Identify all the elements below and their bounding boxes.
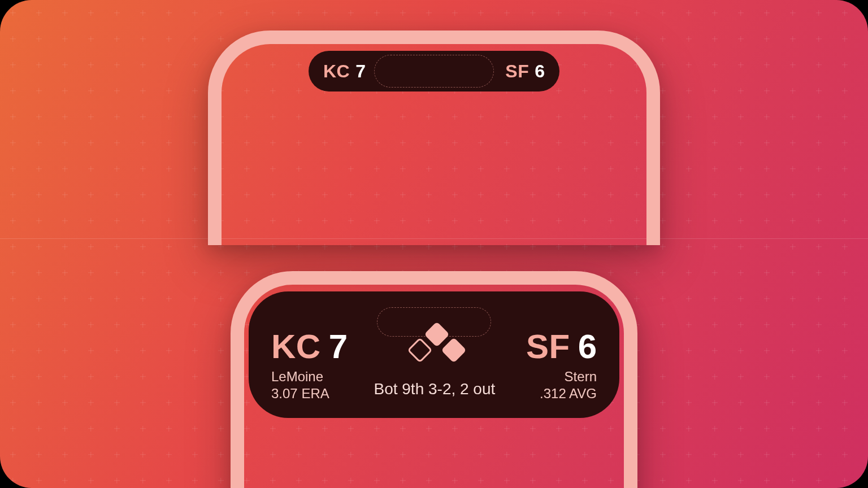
expanded-away-side: KC 7: [271, 330, 348, 364]
away-player-name: LeMoine: [271, 368, 329, 385]
compact-away-score: 7: [355, 61, 366, 82]
dynamic-island-expanded[interactable]: KC 7 SF 6 LeMoine 3.07 ERA Bot 9th 3-2, …: [249, 291, 619, 418]
home-player-stat: .312 AVG: [540, 385, 597, 402]
expanded-score-row: KC 7 SF 6: [271, 324, 597, 364]
away-player-col: LeMoine 3.07 ERA: [271, 368, 329, 402]
sensor-cutout-outline: [374, 55, 494, 88]
compact-away-abbr: KC: [323, 61, 350, 82]
bases-diamond-icon: [403, 324, 471, 364]
base-second: [424, 321, 449, 347]
dynamic-island-compact[interactable]: KC 7 SF 6: [309, 51, 559, 91]
illustration-canvas: KC 7 SF 6 KC 7 SF 6: [0, 0, 868, 488]
away-player-stat: 3.07 ERA: [271, 385, 329, 402]
expanded-away-abbr: KC: [271, 330, 321, 364]
expanded-home-abbr: SF: [526, 330, 570, 364]
base-third: [407, 337, 432, 363]
home-player-name: Stern: [565, 368, 597, 385]
expanded-away-score: 7: [329, 330, 348, 364]
compact-home-abbr: SF: [505, 61, 529, 82]
base-first: [441, 337, 466, 363]
compact-away-side: KC 7: [323, 61, 366, 82]
expanded-home-side: SF 6: [526, 330, 597, 364]
home-player-col: Stern .312 AVG: [540, 368, 597, 402]
compact-home-side: SF 6: [505, 61, 545, 82]
expanded-detail-row: LeMoine 3.07 ERA Bot 9th 3-2, 2 out Ster…: [271, 368, 597, 402]
compact-home-score: 6: [535, 61, 545, 82]
game-situation: Bot 9th 3-2, 2 out: [374, 372, 495, 398]
expanded-home-score: 6: [578, 330, 597, 364]
